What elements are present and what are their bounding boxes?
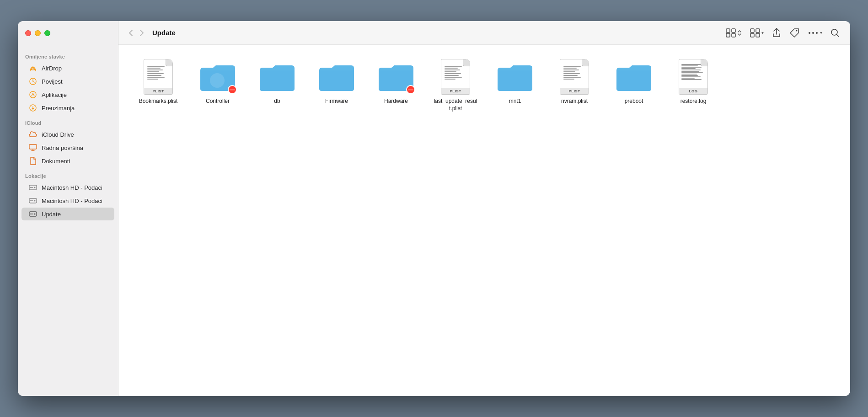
sidebar-item-macintosh-hd2-label: Macintosh HD - Podaci <box>42 198 102 204</box>
maximize-button[interactable] <box>44 30 50 36</box>
svg-point-6 <box>34 187 36 188</box>
disk1-icon <box>29 183 37 192</box>
file-restore-label: restore.log <box>680 98 707 105</box>
section-label-lokacije: Lokacije <box>18 168 118 181</box>
svg-rect-13 <box>726 33 730 37</box>
nav-buttons <box>126 27 147 38</box>
icloud-icon <box>29 130 37 139</box>
share-button[interactable] <box>769 26 784 40</box>
file-firmware-label: Firmware <box>325 98 348 105</box>
finder-window: Omiljene stavke AirDrop <box>18 21 850 396</box>
sidebar-item-icloud-label: iCloud Drive <box>42 131 74 138</box>
no-entry-badge-hardware: — <box>406 85 415 94</box>
svg-point-24 <box>210 73 225 88</box>
svg-rect-17 <box>750 33 754 37</box>
folder-icon-mnt1 <box>497 62 533 92</box>
section-label-favorites: Omiljene stavke <box>18 48 118 61</box>
file-hardware[interactable]: — Hardware <box>371 56 421 115</box>
minimize-button[interactable] <box>35 30 41 36</box>
no-entry-badge-controller: — <box>228 85 237 94</box>
sidebar-item-povijest[interactable]: Povijest <box>21 75 114 88</box>
sidebar-item-airdrop[interactable]: AirDrop <box>21 62 114 75</box>
file-nvram-label: nvram.plist <box>561 98 588 105</box>
file-db[interactable]: db <box>252 56 302 115</box>
back-button[interactable] <box>126 27 136 38</box>
file-preboot-label: preboot <box>625 98 643 105</box>
svg-point-2 <box>30 91 36 98</box>
file-mnt1-label: mnt1 <box>509 98 521 105</box>
plist-icon-last-update: PLIST <box>441 59 470 95</box>
file-controller-label: Controller <box>206 98 230 105</box>
file-controller-icon-wrap: — <box>199 59 236 95</box>
view-list-button[interactable]: ▾ <box>747 26 767 40</box>
svg-rect-4 <box>29 144 37 149</box>
close-button[interactable] <box>25 30 31 36</box>
file-last-update-label: last_update_result.plist <box>433 98 478 112</box>
sidebar-item-radna-povrsina[interactable]: Radna površina <box>21 141 114 154</box>
svg-rect-14 <box>732 33 735 37</box>
file-db-label: db <box>274 98 280 105</box>
file-restore-icon-wrap: LOG <box>675 59 712 95</box>
sidebar-item-dokumenti[interactable]: Dokumenti <box>21 155 114 167</box>
svg-point-8 <box>34 200 36 202</box>
file-firmware-icon-wrap <box>318 59 355 95</box>
folder-icon-db <box>259 62 295 92</box>
more-button[interactable]: ▾ <box>804 26 825 40</box>
file-nvram-icon-wrap: PLIST <box>556 59 593 95</box>
sidebar-item-macintosh-hd1-label: Macintosh HD - Podaci <box>42 184 102 191</box>
window-title: Update <box>152 29 719 37</box>
svg-point-22 <box>816 32 818 34</box>
disk2-icon <box>29 197 37 205</box>
sidebar-item-radna-label: Radna površina <box>42 144 83 151</box>
log-icon-restore: LOG <box>679 59 708 95</box>
desktop-icon <box>29 144 37 152</box>
file-mnt1-icon-wrap <box>497 59 533 95</box>
plist-icon-bookmarks: PLIST <box>144 59 173 95</box>
file-mnt1[interactable]: mnt1 <box>490 56 540 115</box>
toolbar-actions: ▾ <box>723 26 843 40</box>
folder-icon-preboot <box>616 62 652 92</box>
sidebar-item-aplikacije[interactable]: Aplikacije <box>21 88 114 101</box>
view-icon-button[interactable] <box>723 26 745 40</box>
sidebar-item-macintosh-hd1[interactable]: Macintosh HD - Podaci <box>21 181 114 194</box>
download-icon <box>29 104 37 112</box>
sidebar-item-preuzimanja-label: Preuzimanja <box>42 105 75 112</box>
document-icon <box>29 157 37 165</box>
sidebar-item-airdrop-label: AirDrop <box>42 65 62 72</box>
sidebar-item-icloud-drive[interactable]: iCloud Drive <box>21 128 114 141</box>
file-firmware[interactable]: Firmware <box>311 56 362 115</box>
apps-icon <box>29 91 37 99</box>
file-nvram-plist[interactable]: PLIST nvram.plist <box>549 56 600 115</box>
sidebar-item-preuzimanja[interactable]: Preuzimanja <box>21 102 114 114</box>
toolbar: Update <box>118 21 850 45</box>
chevron-down-icon: ▾ <box>761 30 764 35</box>
file-preboot[interactable]: preboot <box>609 56 659 115</box>
folder-icon-firmware <box>318 62 355 92</box>
file-last-update-icon-wrap: PLIST <box>437 59 474 95</box>
svg-point-21 <box>812 32 814 34</box>
forward-button[interactable] <box>137 27 147 38</box>
section-label-icloud: iCloud <box>18 115 118 128</box>
airdrop-icon <box>29 64 37 72</box>
svg-point-20 <box>809 32 810 34</box>
file-bookmarks-plist[interactable]: PLIST Bookmarks.plist <box>133 56 183 115</box>
file-last-update-result[interactable]: PLIST last_update_result.plist <box>430 56 481 115</box>
svg-rect-12 <box>732 29 735 32</box>
sidebar-item-dokumenti-label: Dokumenti <box>42 158 70 165</box>
search-button[interactable] <box>827 26 843 40</box>
titlebar <box>18 21 118 45</box>
clock-icon <box>29 77 37 86</box>
disk3-icon <box>29 210 37 218</box>
sidebar-item-update-label: Update <box>42 211 61 218</box>
svg-rect-16 <box>756 29 760 32</box>
file-bookmarks-icon-wrap: PLIST <box>140 59 177 95</box>
tag-button[interactable] <box>786 26 803 40</box>
plist-icon-nvram: PLIST <box>560 59 589 95</box>
file-controller[interactable]: — Controller <box>193 56 243 115</box>
sidebar-item-macintosh-hd2[interactable]: Macintosh HD - Podaci <box>21 194 114 207</box>
sidebar-item-update[interactable]: Update <box>21 208 114 220</box>
file-hardware-label: Hardware <box>384 98 408 105</box>
file-restore-log[interactable]: LOG restore.log <box>668 56 718 115</box>
svg-rect-18 <box>756 33 760 37</box>
file-bookmarks-label: Bookmarks.plist <box>139 98 178 105</box>
